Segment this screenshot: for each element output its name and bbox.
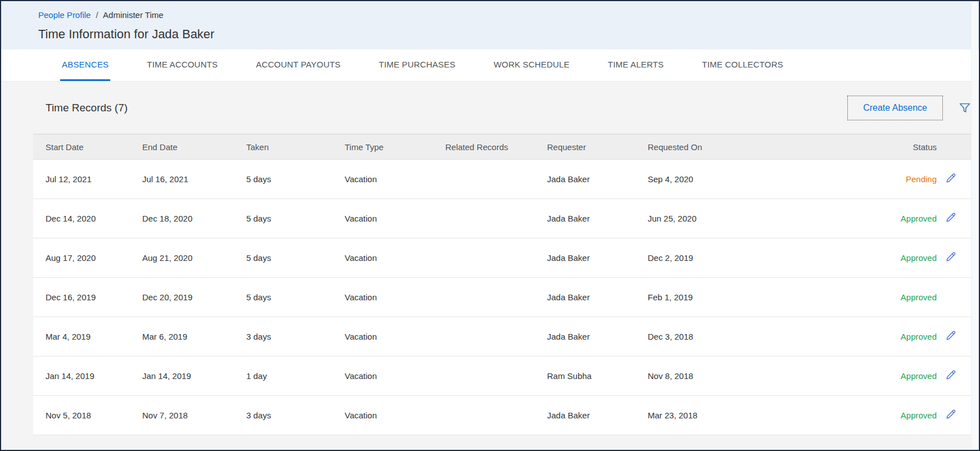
- cell-end-date: Jan 14, 2019: [130, 357, 234, 396]
- cell-start-date: Dec 16, 2019: [33, 278, 130, 317]
- tab-work-schedule[interactable]: WORK SCHEDULE: [492, 49, 571, 81]
- cell-related-records: [433, 396, 535, 435]
- status-badge: Approved: [798, 317, 938, 357]
- cell-taken: 5 days: [234, 160, 332, 199]
- cell-start-date: Dec 14, 2020: [33, 199, 130, 238]
- table-row[interactable]: Aug 17, 2020 Aug 21, 2020 5 days Vacatio…: [33, 238, 972, 278]
- cell-related-records: [433, 357, 535, 396]
- cell-taken: 3 days: [234, 396, 332, 435]
- cell-end-date: Dec 20, 2019: [130, 278, 234, 317]
- cell-taken: 3 days: [234, 317, 332, 357]
- tab-time-collectors[interactable]: TIME COLLECTORS: [701, 49, 785, 81]
- column-header-related-records: Related Records: [433, 134, 535, 160]
- cell-taken: 1 day: [234, 357, 332, 396]
- cell-requested-on: Sep 4, 2020: [635, 160, 798, 199]
- cell-requested-on: Dec 2, 2019: [635, 238, 798, 278]
- edit-pencil-icon[interactable]: [945, 211, 957, 226]
- status-badge: Approved: [798, 199, 938, 238]
- tab-label: TIME COLLECTORS: [702, 60, 783, 69]
- cell-start-date: Jul 12, 2021: [33, 160, 130, 199]
- page-header: People Profile / Administer Time Time In…: [1, 1, 979, 49]
- edit-pencil-icon[interactable]: [945, 251, 957, 265]
- column-header-requester: Requester: [535, 134, 635, 160]
- edit-pencil-icon[interactable]: [945, 369, 957, 383]
- table-title: Time Records (7): [33, 102, 128, 114]
- cell-end-date: Nov 7, 2018: [130, 396, 234, 435]
- edit-cell: [938, 396, 972, 435]
- edit-cell: [938, 238, 972, 278]
- cell-requester: Jada Baker: [535, 396, 635, 435]
- breadcrumb-separator: /: [96, 10, 98, 20]
- cell-end-date: Jul 16, 2021: [130, 160, 234, 199]
- cell-requester: Jada Baker: [535, 238, 635, 278]
- tab-bar: ABSENCES TIME ACCOUNTS ACCOUNT PAYOUTS T…: [1, 49, 979, 82]
- cell-time-type: Vacation: [332, 160, 433, 199]
- edit-pencil-icon[interactable]: [945, 172, 957, 186]
- table-row[interactable]: Nov 5, 2018 Nov 7, 2018 3 days Vacation …: [33, 396, 972, 435]
- breadcrumb-link-people-profile[interactable]: People Profile: [38, 10, 91, 20]
- cell-time-type: Vacation: [332, 199, 433, 238]
- column-header-requested-on: Requested On: [635, 134, 798, 160]
- vertical-scrollbar[interactable]: [971, 2, 978, 449]
- table-row[interactable]: Jul 12, 2021 Jul 16, 2021 5 days Vacatio…: [33, 160, 972, 199]
- tab-account-payouts[interactable]: ACCOUNT PAYOUTS: [254, 49, 342, 81]
- tab-time-accounts[interactable]: TIME ACCOUNTS: [145, 49, 219, 81]
- cell-related-records: [433, 160, 535, 199]
- page-title: Time Information for Jada Baker: [38, 27, 979, 42]
- column-header-actions: [938, 134, 972, 160]
- edit-pencil-icon[interactable]: [945, 330, 957, 344]
- cell-time-type: Vacation: [332, 396, 433, 435]
- cell-start-date: Mar 4, 2019: [33, 317, 130, 357]
- tab-label: TIME PURCHASES: [379, 60, 455, 69]
- cell-requested-on: Feb 1, 2019: [635, 278, 798, 317]
- cell-start-date: Aug 17, 2020: [33, 238, 130, 278]
- column-header-taken: Taken: [234, 134, 332, 160]
- cell-taken: 5 days: [234, 278, 332, 317]
- breadcrumb: People Profile / Administer Time: [38, 10, 979, 20]
- tab-time-alerts[interactable]: TIME ALERTS: [606, 49, 665, 81]
- cell-end-date: Aug 21, 2020: [130, 238, 234, 278]
- cell-time-type: Vacation: [332, 317, 433, 357]
- table-row[interactable]: Mar 4, 2019 Mar 6, 2019 3 days Vacation …: [33, 317, 972, 357]
- app-window: People Profile / Administer Time Time In…: [0, 0, 980, 451]
- tab-label: TIME ACCOUNTS: [147, 60, 218, 69]
- cell-requested-on: Mar 23, 2018: [635, 396, 798, 435]
- tab-label: ABSENCES: [62, 60, 109, 69]
- tab-absences[interactable]: ABSENCES: [60, 49, 110, 81]
- table-row[interactable]: Jan 14, 2019 Jan 14, 2019 1 day Vacation…: [33, 357, 972, 396]
- cell-related-records: [433, 317, 535, 357]
- cell-related-records: [433, 199, 535, 238]
- edit-cell: [938, 160, 972, 199]
- cell-requester: Jada Baker: [535, 160, 635, 199]
- cell-requester: Jada Baker: [535, 278, 635, 317]
- cell-taken: 5 days: [234, 238, 332, 278]
- edit-pencil-icon[interactable]: [945, 408, 957, 422]
- status-badge: Approved: [798, 238, 938, 278]
- time-records-table: Start DateEnd DateTakenTime TypeRelated …: [33, 134, 972, 435]
- cell-requested-on: Dec 3, 2018: [635, 317, 798, 357]
- status-badge: Approved: [798, 396, 938, 435]
- column-header-start-date: Start Date: [33, 134, 130, 160]
- cell-time-type: Vacation: [332, 278, 433, 317]
- cell-requester: Ram Subha: [535, 357, 635, 396]
- column-header-end-date: End Date: [130, 134, 234, 160]
- table-row[interactable]: Dec 14, 2020 Dec 18, 2020 5 days Vacatio…: [33, 199, 972, 238]
- cell-end-date: Mar 6, 2019: [130, 317, 234, 357]
- cell-time-type: Vacation: [332, 357, 433, 396]
- cell-requester: Jada Baker: [535, 199, 635, 238]
- content-area: Time Records (7) Create Absence Start Da…: [1, 82, 979, 450]
- tab-label: TIME ALERTS: [608, 60, 663, 69]
- create-absence-button[interactable]: Create Absence: [847, 96, 943, 120]
- cell-start-date: Jan 14, 2019: [33, 357, 130, 396]
- cell-taken: 5 days: [234, 199, 332, 238]
- tab-time-purchases[interactable]: TIME PURCHASES: [377, 49, 457, 81]
- edit-cell: [938, 278, 972, 317]
- filter-funnel-icon[interactable]: [958, 101, 972, 115]
- table-row[interactable]: Dec 16, 2019 Dec 20, 2019 5 days Vacatio…: [33, 278, 972, 317]
- tab-label: ACCOUNT PAYOUTS: [256, 60, 341, 69]
- column-header-time-type: Time Type: [332, 134, 433, 160]
- cell-start-date: Nov 5, 2018: [33, 396, 130, 435]
- edit-cell: [938, 317, 972, 357]
- status-badge: Approved: [798, 357, 938, 396]
- cell-related-records: [433, 278, 535, 317]
